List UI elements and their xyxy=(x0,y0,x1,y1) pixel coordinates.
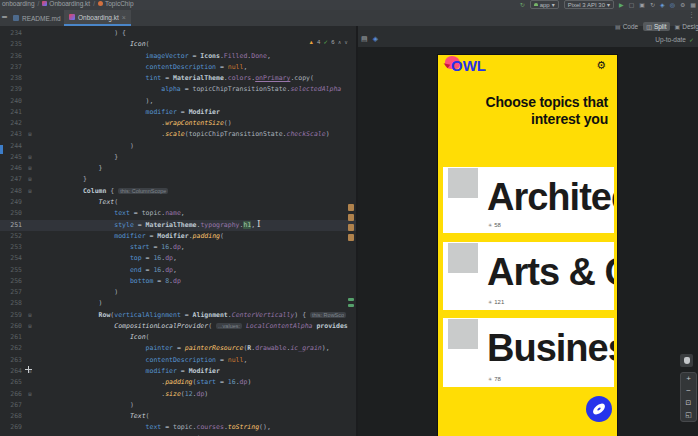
code-line[interactable]: 260⊟CompositionLocalProvider( ...values:… xyxy=(0,321,356,332)
code-line[interactable]: 240), xyxy=(0,96,356,107)
line-number[interactable]: 255 xyxy=(0,265,24,276)
line-number[interactable]: 252 xyxy=(0,231,24,242)
code-line[interactable]: 265.padding(start = 16.dp) xyxy=(0,377,356,388)
line-number[interactable]: 269 xyxy=(0,422,24,433)
code-editor[interactable]: 234) {235Icon(236imageVector = Icons.Fil… xyxy=(0,26,356,436)
line-number[interactable]: 239 xyxy=(0,84,24,95)
settings-icon[interactable]: ⚙ xyxy=(680,1,685,9)
zoom-out-button[interactable]: − xyxy=(681,385,696,397)
code-line[interactable]: 268Text( xyxy=(0,411,356,422)
code-line[interactable]: 252modifier = Modifier.padding( xyxy=(0,231,356,242)
next-issue-icon[interactable]: ∨ xyxy=(344,39,348,45)
fold-marker-icon[interactable]: ⊟ xyxy=(24,152,36,163)
fold-marker-icon[interactable]: ⊟ xyxy=(24,174,36,185)
code-line[interactable]: 237contentDescription = null, xyxy=(0,62,356,73)
code-line[interactable]: 258) xyxy=(0,298,356,309)
layout-inspector-icon[interactable]: ◈ xyxy=(373,35,378,43)
settings-gear-icon[interactable]: ⚙ xyxy=(596,59,606,71)
code-line[interactable]: 269text = topic.courses.toString(), xyxy=(0,422,356,433)
topic-card[interactable]: Architecture✳58 xyxy=(443,167,614,233)
fold-marker-icon[interactable]: ⊟ xyxy=(24,129,36,140)
line-number[interactable]: 265 xyxy=(0,377,24,388)
code-line[interactable]: 239alpha = topicChipTransitionState.sele… xyxy=(0,84,356,95)
line-number[interactable]: 244 xyxy=(0,141,24,152)
line-number[interactable]: 257 xyxy=(0,287,24,298)
line-number[interactable]: 258 xyxy=(0,298,24,309)
code-line[interactable]: 235Icon( xyxy=(0,39,356,50)
run-config-selector[interactable]: app ▾ xyxy=(530,0,559,9)
breadcrumb[interactable]: onboarding/Onboarding.kt/TopicChip xyxy=(2,0,134,7)
fold-marker-icon[interactable]: ⊟ xyxy=(24,163,36,174)
code-line[interactable]: 234) { xyxy=(0,28,356,39)
line-number[interactable]: 266 xyxy=(0,389,24,400)
code-line[interactable]: 241modifier = Modifier xyxy=(0,107,356,118)
stop-icon[interactable]: ▢ xyxy=(629,1,635,9)
line-number[interactable]: 243 xyxy=(0,129,24,140)
code-line[interactable]: 236imageVector = Icons.Filled.Done, xyxy=(0,51,356,62)
line-number[interactable]: 234 xyxy=(0,28,24,39)
zoom-reset-button[interactable]: ◱ xyxy=(681,409,696,421)
mode-design-button[interactable]: ▣ Design xyxy=(672,22,698,31)
line-number[interactable]: 236 xyxy=(0,51,24,62)
rerun-icon[interactable]: ↻ xyxy=(650,1,655,9)
fold-marker-icon[interactable]: ⊟ xyxy=(24,389,36,400)
mode-split-button[interactable]: ◫ Split xyxy=(643,22,669,31)
code-line[interactable]: 263contentDescription = null, xyxy=(0,355,356,366)
prev-issue-icon[interactable]: ∧ xyxy=(338,39,342,45)
line-number[interactable]: 238 xyxy=(0,73,24,84)
breadcrumb-item[interactable]: Onboarding.kt xyxy=(42,0,90,7)
line-number[interactable]: 241 xyxy=(0,107,24,118)
tab-onboarding[interactable]: Onboarding.kt × xyxy=(64,10,131,26)
layout-icon[interactable]: ▦ xyxy=(690,1,696,9)
breadcrumb-item[interactable]: TopicChip xyxy=(98,0,134,7)
code-lines[interactable]: 234) {235Icon(236imageVector = Icons.Fil… xyxy=(0,28,356,436)
profiler-icon[interactable]: ▣ xyxy=(639,1,645,9)
fold-marker-icon[interactable]: ⊟ xyxy=(24,321,36,332)
code-line[interactable]: 267) xyxy=(0,400,356,411)
menu-icon[interactable]: ═ xyxy=(2,13,7,20)
device-selector[interactable]: Pixel 3 API 30 ▾ xyxy=(564,0,614,9)
topic-card[interactable]: Business✳78 xyxy=(443,318,614,387)
explore-fab[interactable] xyxy=(586,396,612,422)
run-icon[interactable]: ▶ xyxy=(619,1,624,9)
fold-marker-icon[interactable]: ⊟ xyxy=(24,186,36,197)
line-number[interactable]: 259 xyxy=(0,310,24,321)
line-number[interactable]: 254 xyxy=(0,253,24,264)
line-number[interactable]: 242 xyxy=(0,118,24,129)
code-line[interactable]: 262painter = painterResource(R.drawable.… xyxy=(0,343,356,354)
zoom-to-fit-button[interactable]: ⊡ xyxy=(681,397,696,409)
app-preview[interactable]: OWL ⚙ Choose topics that interest you Ar… xyxy=(438,55,617,436)
topic-card[interactable]: Arts & Crafts✳121 xyxy=(443,242,614,310)
line-number[interactable]: 264 xyxy=(0,366,24,377)
line-number[interactable]: 246 xyxy=(0,163,24,174)
line-number[interactable]: 248 xyxy=(0,186,24,197)
code-line[interactable]: 244) xyxy=(0,141,356,152)
code-line[interactable]: 245⊟} xyxy=(0,152,356,163)
logcat-icon[interactable]: ◎ xyxy=(670,1,675,9)
line-number[interactable]: 267 xyxy=(0,400,24,411)
drag-handle-icon[interactable] xyxy=(25,366,32,373)
line-number[interactable]: 237 xyxy=(0,62,24,73)
code-line[interactable]: 261Icon( xyxy=(0,332,356,343)
code-line[interactable]: 247⊟} xyxy=(0,174,356,185)
code-line[interactable]: 251style = MaterialTheme.typography.h1, xyxy=(0,220,356,231)
line-number[interactable]: 263 xyxy=(0,355,24,366)
line-number[interactable]: 249 xyxy=(0,197,24,208)
mode-code-button[interactable]: ▤ Code xyxy=(612,22,641,31)
device-manager-icon[interactable]: ◈ xyxy=(660,1,665,9)
pan-button[interactable] xyxy=(680,354,693,367)
code-line[interactable]: 255end = 16.dp, xyxy=(0,265,356,276)
fold-marker-icon[interactable]: ⊟ xyxy=(24,310,36,321)
code-line[interactable]: 242.wrapContentSize() xyxy=(0,118,356,129)
close-icon[interactable]: × xyxy=(122,14,126,21)
code-line[interactable]: 256bottom = 8.dp xyxy=(0,276,356,287)
code-line[interactable]: 250text = topic.name, xyxy=(0,208,356,219)
line-number[interactable]: 240 xyxy=(0,96,24,107)
code-line[interactable]: 248⊟Column { this: ColumnScope xyxy=(0,186,356,197)
line-number[interactable]: 245 xyxy=(0,152,24,163)
line-number[interactable]: 260 xyxy=(0,321,24,332)
code-line[interactable]: 254top = 16.dp, xyxy=(0,253,356,264)
zoom-in-button[interactable]: + xyxy=(681,373,696,385)
code-line[interactable]: 243⊟.scale(topicChipTransitionState.chec… xyxy=(0,129,356,140)
gradle-sync-icon[interactable]: ↻ xyxy=(520,1,525,9)
